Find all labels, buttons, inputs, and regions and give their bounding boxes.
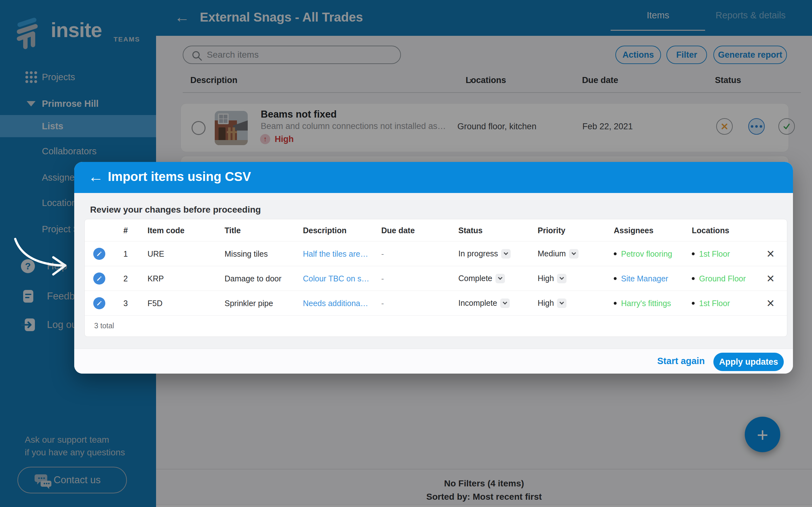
col-title: Title	[224, 226, 241, 235]
cell-assignee: Site Manager	[614, 274, 668, 283]
col-description: Description	[303, 226, 347, 235]
cell-due-date: -	[381, 298, 384, 308]
col-assignees: Assignees	[614, 226, 653, 235]
status-select[interactable]: In progress	[458, 249, 511, 259]
cell-description-link[interactable]: Colour TBC on s…	[303, 274, 369, 283]
modal-footer: Start again Apply updates	[74, 349, 793, 374]
remove-row-button[interactable]: ×	[767, 272, 774, 285]
col-due-date: Due date	[381, 226, 415, 235]
chevron-down-icon	[500, 298, 510, 308]
priority-select[interactable]: High	[538, 274, 566, 283]
bullet-icon	[614, 277, 617, 280]
cell-title: Damage to door	[224, 274, 281, 283]
table-footer-row: 3 total	[85, 316, 787, 336]
apply-updates-button[interactable]: Apply updates	[713, 353, 784, 371]
cell-location: 1st Floor	[692, 249, 730, 258]
pencil-icon	[93, 248, 105, 260]
col-item-code: Item code	[148, 226, 185, 235]
col-status: Status	[458, 226, 483, 235]
chevron-down-icon	[569, 249, 578, 259]
chevron-down-icon	[557, 274, 566, 283]
cell-due-date: -	[381, 274, 384, 283]
cell-item-code: URE	[148, 249, 164, 258]
remove-row-button[interactable]: ×	[767, 247, 774, 261]
col-locations: Locations	[692, 226, 729, 235]
priority-select[interactable]: High	[538, 298, 566, 308]
modal-back-arrow-icon[interactable]: ←	[88, 169, 103, 185]
status-select[interactable]: Incomplete	[458, 298, 510, 308]
bullet-icon	[692, 277, 695, 280]
edit-pencil-button[interactable]	[93, 248, 105, 260]
cell-description-link[interactable]: Needs additiona…	[303, 298, 368, 308]
remove-row-button[interactable]: ×	[767, 297, 774, 310]
table-row: 2 KRP Damage to door Colour TBC on s… - …	[85, 266, 787, 291]
edit-pencil-button[interactable]	[93, 273, 105, 285]
cell-location: 1st Floor	[692, 298, 730, 308]
import-csv-modal: ← Import items using CSV Review your cha…	[74, 162, 793, 374]
cell-assignee: Harry's fittings	[614, 298, 671, 308]
cell-due-date: -	[381, 249, 384, 258]
cell-assignee: Petrov flooring	[614, 249, 672, 258]
bullet-icon	[692, 302, 695, 304]
modal-header: ← Import items using CSV	[74, 162, 793, 193]
chevron-down-icon	[501, 249, 511, 259]
cell-title: Sprinkler pipe	[224, 298, 273, 308]
col-num: #	[123, 226, 128, 235]
modal-review-text: Review your changes before proceeding	[90, 205, 261, 215]
table-header-row: # Item code Title Description Due date S…	[85, 219, 787, 241]
edit-pencil-button[interactable]	[93, 297, 105, 309]
cell-num: 3	[123, 298, 128, 308]
table-row: 3 F5D Sprinkler pipe Needs additiona… - …	[85, 291, 787, 316]
modal-review-table: # Item code Title Description Due date S…	[84, 219, 787, 337]
table-row: 1 URE Missing tiles Half the tiles are… …	[85, 241, 787, 266]
start-again-button[interactable]: Start again	[657, 356, 705, 366]
bullet-icon	[614, 252, 617, 255]
modal-title: Import items using CSV	[108, 170, 251, 184]
cell-location: Ground Floor	[692, 274, 746, 283]
cell-title: Missing tiles	[224, 249, 268, 258]
cell-num: 1	[123, 249, 128, 258]
cell-description-link[interactable]: Half the tiles are…	[303, 249, 368, 258]
total-count: 3 total	[94, 322, 114, 330]
status-select[interactable]: Complete	[458, 274, 505, 283]
col-priority: Priority	[538, 226, 565, 235]
pencil-icon	[93, 297, 105, 309]
pencil-icon	[93, 273, 105, 285]
cell-num: 2	[123, 274, 128, 283]
bullet-icon	[692, 252, 695, 255]
chevron-down-icon	[496, 274, 505, 283]
cell-item-code: F5D	[148, 298, 162, 308]
cell-item-code: KRP	[148, 274, 164, 283]
chevron-down-icon	[557, 298, 566, 308]
priority-select[interactable]: Medium	[538, 249, 578, 259]
bullet-icon	[614, 302, 617, 304]
